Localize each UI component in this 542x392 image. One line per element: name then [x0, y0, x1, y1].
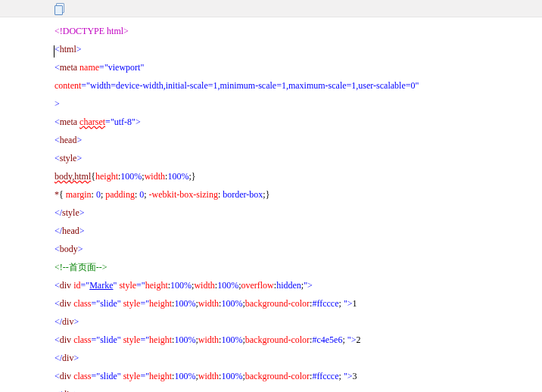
code-line: >	[55, 98, 60, 109]
code-line: </head>	[55, 226, 85, 236]
code-line: </div>	[55, 353, 79, 363]
code-line: <div id="Marke" style="height:100%;width…	[55, 280, 313, 291]
code-line: </div>	[55, 316, 79, 327]
code-line: <meta name="viewport"	[55, 62, 144, 73]
code-line: <style>	[55, 153, 82, 163]
code-line: content="width=device-width,initial-scal…	[55, 80, 419, 91]
toolbar	[0, 0, 542, 17]
code-block[interactable]: <!DOCTYPE html> <html> <meta name="viewp…	[0, 17, 542, 392]
copy-icon[interactable]	[55, 3, 65, 14]
code-line: <div class="slide" style="height:100%;wi…	[55, 371, 357, 381]
code-line: <head>	[55, 135, 82, 145]
code-line: <meta charset="utf-8">	[55, 117, 141, 127]
code-line: <!--首页面-->	[55, 262, 107, 272]
code-line: <div class="slide" style="height:100%;wi…	[55, 334, 360, 345]
code-line: <!DOCTYPE html>	[55, 26, 129, 36]
code-line: body,html{height:100%;width:100%;}	[55, 171, 195, 182]
code-line: *{ margin: 0; padding: 0; -webkit-box-si…	[55, 189, 269, 200]
code-line: <html>	[55, 44, 82, 54]
code-line: <body>	[55, 244, 83, 254]
code-line: </div>	[55, 389, 79, 392]
code-line: </style>	[55, 207, 85, 218]
code-line: <div class="slide" style="height:100%;wi…	[55, 298, 357, 309]
